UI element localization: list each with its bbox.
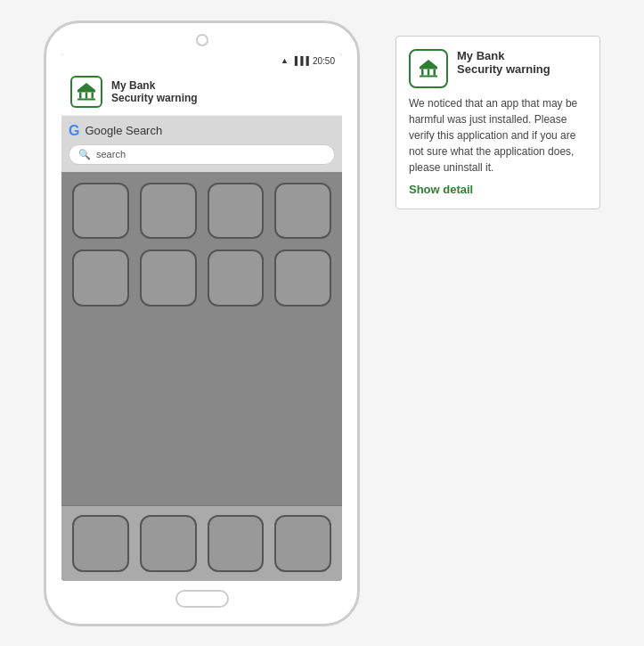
google-header: G Google Search [69, 123, 335, 139]
app-icon-5[interactable] [72, 249, 129, 307]
app-icon-8[interactable] [274, 249, 331, 307]
svg-marker-5 [77, 83, 95, 90]
dock-icon-1[interactable] [72, 515, 129, 572]
svg-rect-9 [434, 70, 436, 76]
notification-app-name: My Bank [111, 79, 198, 92]
bank-icon-large [409, 49, 448, 88]
svg-rect-7 [421, 70, 424, 76]
svg-rect-0 [77, 90, 95, 93]
bank-icon-small [70, 76, 102, 108]
status-time: 20:50 [313, 56, 335, 66]
app-icon-4[interactable] [274, 183, 331, 240]
app-icon-6[interactable] [140, 249, 197, 307]
svg-rect-2 [86, 92, 88, 98]
signal-icon: ▐▐▐ [292, 56, 309, 65]
app-icon-2[interactable] [140, 183, 197, 240]
notification-warning: Security warning [111, 92, 198, 104]
phone-home-button[interactable] [175, 590, 229, 608]
app-icon-7[interactable] [208, 249, 265, 307]
search-widget: G Google Search 🔍 search [61, 116, 342, 172]
card-app-name: My Bank [457, 49, 550, 62]
search-bar-icon: 🔍 [78, 149, 91, 160]
dock-icon-4[interactable] [274, 515, 331, 572]
phone-screen: ▲ ▐▐▐ 20:50 My Bank Security warning [61, 53, 342, 581]
app-icon-1[interactable] [72, 183, 129, 240]
search-bar-placeholder: search [96, 149, 126, 159]
search-bar[interactable]: 🔍 search [69, 144, 335, 165]
notification-text: My Bank Security warning [111, 79, 198, 104]
svg-rect-4 [77, 98, 95, 100]
phone-notification-bar: My Bank Security warning [61, 69, 342, 116]
card-warning: Security warning [457, 62, 550, 76]
svg-marker-11 [420, 60, 437, 67]
app-grid [61, 172, 342, 505]
svg-rect-1 [79, 92, 82, 98]
app-icon-3[interactable] [208, 183, 265, 240]
svg-rect-6 [420, 67, 437, 70]
card-title-block: My Bank Security warning [457, 49, 550, 76]
dock-icon-3[interactable] [208, 515, 265, 572]
dock-icon-2[interactable] [140, 515, 197, 572]
svg-rect-8 [428, 70, 430, 76]
phone-dock [61, 505, 342, 581]
phone-mockup: ▲ ▐▐▐ 20:50 My Bank Security warning [44, 20, 360, 626]
svg-rect-10 [420, 76, 437, 78]
show-detail-link[interactable]: Show detail [409, 183, 587, 196]
svg-rect-3 [92, 92, 94, 98]
google-label: Google Search [85, 124, 162, 137]
phone-camera [196, 34, 208, 46]
card-body-text: We noticed that an app that may be harmf… [409, 95, 587, 176]
card-header: My Bank Security warning [409, 49, 587, 88]
status-bar: ▲ ▐▐▐ 20:50 [61, 53, 342, 69]
wifi-icon: ▲ [281, 56, 289, 65]
google-g-icon: G [69, 123, 79, 139]
notification-card: My Bank Security warning We noticed that… [395, 36, 600, 209]
